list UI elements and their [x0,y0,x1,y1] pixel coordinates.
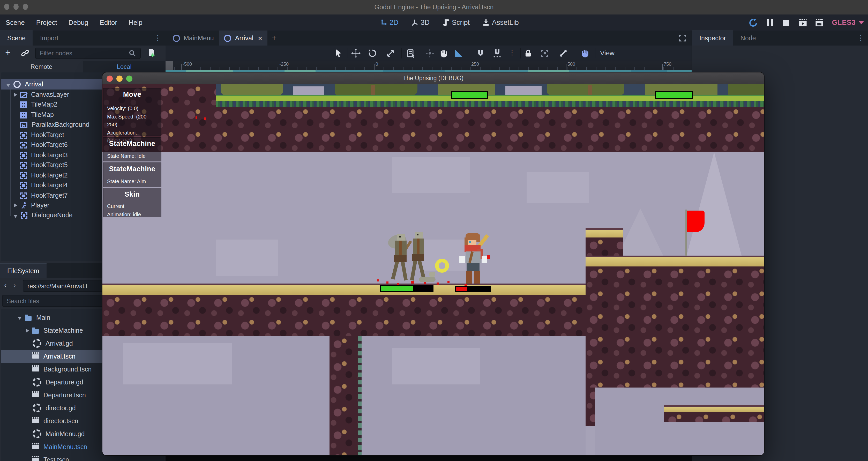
particle [424,282,426,284]
stop-button[interactable] [782,18,791,27]
chevron-down-icon[interactable] [18,317,22,320]
play-scene-button[interactable] [798,18,807,27]
workspace-assetlib-button[interactable]: AssetLib [482,19,519,26]
mac-titlebar: Godot Engine - The Uprising - Arrival.ts… [0,0,868,15]
skeleton-head [397,234,405,241]
file-label: Main [36,314,50,321]
particle [195,116,197,119]
scene-file-icon [32,458,39,461]
workspace-script-button[interactable]: Script [442,19,470,26]
movie-play-icon [798,18,807,27]
platform-top [586,255,764,267]
nav-forward-button[interactable]: › [13,281,16,289]
ruler-label: 250 [471,62,479,67]
tab-node[interactable]: Node [733,31,763,45]
panel-title: Skin [103,188,161,198]
renderer-dropdown[interactable]: GLES3 [832,19,856,26]
tab-scene[interactable]: Scene [0,31,33,45]
group-button[interactable] [540,49,549,58]
file-label: MainMenu.tscn [43,443,87,451]
nav-back-button[interactable]: ‹ [4,281,6,289]
node-label: HookTarget2 [31,172,68,179]
target-icon [20,132,27,139]
chevron-right-icon[interactable] [26,328,29,332]
skeleton-skirt [412,254,424,261]
skeleton-eye [399,236,401,238]
folder-icon [32,329,39,334]
new-scene-tab-button[interactable]: + [268,31,281,45]
decor [293,86,324,95]
ruler-tick [470,64,470,70]
dock-menu-icon[interactable]: ⋮ [150,31,165,45]
toolbar-separator [471,48,471,58]
snap-options-icon[interactable]: ⋮ [507,49,517,58]
tab-inspector[interactable]: Inspector [692,31,733,45]
close-icon[interactable]: × [258,34,262,42]
pause-icon [771,19,773,26]
scene-icon [224,34,231,42]
ik-glove-button[interactable] [580,49,589,58]
filter-nodes-input[interactable] [35,48,141,59]
chevron-down-icon[interactable] [13,214,18,218]
menu-debug[interactable]: Debug [68,19,89,26]
dock-menu-icon[interactable]: ⋮ [853,31,868,45]
panel-line: Velocity: (0 0) [103,104,161,113]
target-icon [20,172,27,179]
smart-snap-button[interactable] [476,49,485,58]
local-button[interactable]: Local [83,61,165,72]
workspace-2d-button[interactable]: 2D [380,19,399,26]
decor [547,84,624,95]
scene-file-icon [32,419,39,423]
chevron-right-icon[interactable] [14,203,17,208]
workspace-3d-button[interactable]: 3D [411,19,430,26]
menu-editor[interactable]: Editor [100,19,117,26]
menu-help[interactable]: Help [128,19,143,26]
scene-tab-mainmenu[interactable]: MainMenu [167,31,219,45]
move-mode-button[interactable] [351,49,361,58]
menu-project[interactable]: Project [36,19,57,26]
grid-snap-button[interactable] [492,49,502,58]
pan-mode-button[interactable] [439,49,448,58]
restart-scene-button[interactable] [748,18,758,27]
lock-button[interactable] [524,49,533,58]
scale-mode-button[interactable] [386,49,395,58]
tab-import[interactable]: Import [33,31,66,45]
distraction-free-button[interactable] [679,31,692,45]
rotate-mode-button[interactable] [368,49,377,58]
terrain-dirt [102,295,586,336]
chevron-down-icon[interactable] [859,21,864,27]
zoom-icon[interactable] [126,75,132,82]
ruler-corner [165,61,173,70]
gdscript-icon [33,429,41,438]
panel-title: StateMachine [103,163,161,173]
select-mode-button[interactable] [334,49,343,58]
skeleton-button[interactable] [559,49,568,58]
minimize-icon[interactable] [116,75,123,82]
node-label: HookTarget [31,131,64,139]
chevron-right-icon[interactable] [14,93,17,97]
pause-button[interactable] [765,18,774,27]
close-icon[interactable] [106,75,113,82]
instance-scene-button[interactable] [21,49,30,57]
ruler-mode-button[interactable] [455,50,465,59]
ledge-body [664,412,764,422]
tab-filesystem[interactable]: FileSystem [0,263,46,278]
add-node-button[interactable]: + [5,48,10,58]
chevron-down-icon[interactable] [6,84,10,87]
parallax-icon [20,122,27,127]
particle [465,284,467,286]
menu-scene[interactable]: Scene [6,19,25,26]
view-menu[interactable]: View [600,49,615,57]
list-select-button[interactable] [407,49,416,58]
remote-button[interactable]: Remote [0,61,83,72]
ruler-label: -500 [183,62,192,67]
attach-script-button[interactable] [147,48,156,57]
panel-line: State Name: Idle [103,152,161,160]
hand-icon [439,49,448,58]
remote-local-switch: Remote Local [0,61,165,72]
play-custom-scene-button[interactable] [815,18,824,27]
scene-dock-tabbar: Scene Import ⋮ [0,31,165,45]
pivot-mode-button[interactable] [425,49,435,58]
glove-icon [580,49,589,58]
scene-tab-arrival[interactable]: Arrival × [219,31,268,45]
